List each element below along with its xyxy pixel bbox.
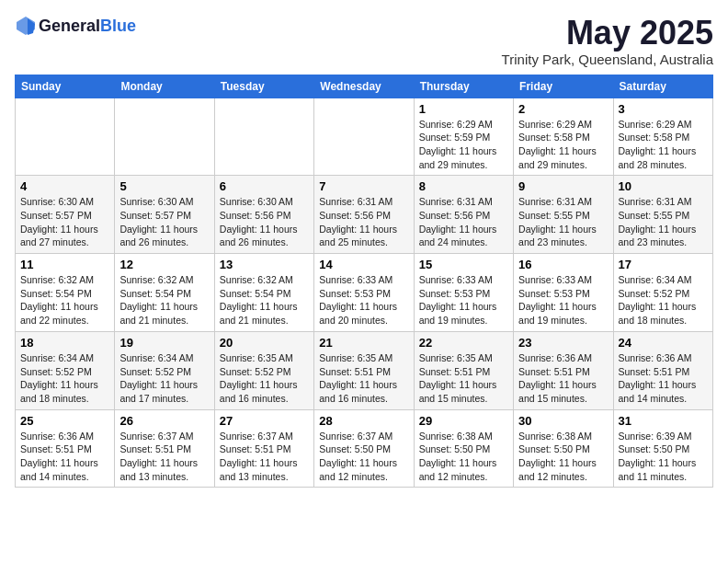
day-info: Sunrise: 6:32 AM Sunset: 5:54 PM Dayligh… — [20, 273, 109, 327]
day-number: 7 — [319, 179, 408, 193]
day-info: Sunrise: 6:29 AM Sunset: 5:59 PM Dayligh… — [419, 118, 508, 172]
calendar-cell: 23Sunrise: 6:36 AM Sunset: 5:51 PM Dayli… — [514, 331, 613, 409]
day-info: Sunrise: 6:29 AM Sunset: 5:58 PM Dayligh… — [518, 118, 608, 172]
day-number: 4 — [20, 179, 109, 193]
calendar-cell: 18Sunrise: 6:34 AM Sunset: 5:52 PM Dayli… — [16, 331, 115, 409]
day-info: Sunrise: 6:34 AM Sunset: 5:52 PM Dayligh… — [119, 351, 209, 406]
day-info: Sunrise: 6:36 AM Sunset: 5:51 PM Dayligh… — [619, 351, 708, 406]
calendar-cell: 24Sunrise: 6:36 AM Sunset: 5:51 PM Dayli… — [613, 331, 712, 409]
calendar-cell: 28Sunrise: 6:37 AM Sunset: 5:50 PM Dayli… — [314, 409, 414, 488]
day-info: Sunrise: 6:34 AM Sunset: 5:52 PM Dayligh… — [619, 273, 708, 327]
calendar-cell: 19Sunrise: 6:34 AM Sunset: 5:52 PM Dayli… — [115, 331, 214, 409]
calendar-cell: 25Sunrise: 6:36 AM Sunset: 5:51 PM Dayli… — [16, 409, 115, 488]
day-info: Sunrise: 6:38 AM Sunset: 5:50 PM Dayligh… — [518, 430, 608, 484]
week-row-2: 4Sunrise: 6:30 AM Sunset: 5:57 PM Daylig… — [16, 176, 713, 254]
location-subtitle: Trinity Park, Queensland, Australia — [502, 52, 713, 67]
calendar-cell — [16, 98, 115, 176]
day-info: Sunrise: 6:31 AM Sunset: 5:55 PM Dayligh… — [518, 195, 608, 249]
calendar-cell: 10Sunrise: 6:31 AM Sunset: 5:55 PM Dayli… — [613, 176, 712, 254]
day-info: Sunrise: 6:30 AM Sunset: 5:57 PM Dayligh… — [119, 195, 209, 249]
day-number: 27 — [220, 414, 309, 428]
day-info: Sunrise: 6:31 AM Sunset: 5:56 PM Dayligh… — [319, 195, 408, 249]
day-number: 28 — [319, 414, 408, 428]
calendar-cell — [314, 98, 414, 176]
calendar-cell: 22Sunrise: 6:35 AM Sunset: 5:51 PM Dayli… — [414, 331, 513, 409]
weekday-header-saturday: Saturday — [613, 75, 712, 98]
day-number: 21 — [319, 336, 408, 350]
week-row-1: 1Sunrise: 6:29 AM Sunset: 5:59 PM Daylig… — [16, 98, 713, 176]
calendar-cell — [115, 98, 214, 176]
logo: GeneralBlue — [15, 15, 136, 37]
day-info: Sunrise: 6:31 AM Sunset: 5:55 PM Dayligh… — [619, 195, 708, 249]
day-info: Sunrise: 6:36 AM Sunset: 5:51 PM Dayligh… — [518, 351, 608, 406]
week-row-5: 25Sunrise: 6:36 AM Sunset: 5:51 PM Dayli… — [16, 409, 713, 488]
weekday-header-friday: Friday — [514, 75, 613, 98]
day-info: Sunrise: 6:31 AM Sunset: 5:56 PM Dayligh… — [419, 195, 508, 249]
calendar-cell: 3Sunrise: 6:29 AM Sunset: 5:58 PM Daylig… — [613, 98, 712, 176]
day-number: 18 — [20, 336, 109, 350]
day-info: Sunrise: 6:33 AM Sunset: 5:53 PM Dayligh… — [419, 273, 508, 327]
calendar-cell: 4Sunrise: 6:30 AM Sunset: 5:57 PM Daylig… — [16, 176, 115, 254]
day-info: Sunrise: 6:36 AM Sunset: 5:51 PM Dayligh… — [20, 430, 109, 484]
calendar-cell: 5Sunrise: 6:30 AM Sunset: 5:57 PM Daylig… — [115, 176, 214, 254]
title-block: May 2025 Trinity Park, Queensland, Austr… — [502, 15, 713, 67]
weekday-header-row: SundayMondayTuesdayWednesdayThursdayFrid… — [16, 75, 713, 98]
day-info: Sunrise: 6:37 AM Sunset: 5:50 PM Dayligh… — [319, 430, 408, 484]
logo-general-text: GeneralBlue — [39, 17, 136, 36]
day-number: 1 — [419, 102, 508, 116]
day-info: Sunrise: 6:39 AM Sunset: 5:50 PM Dayligh… — [619, 430, 708, 484]
calendar-cell: 21Sunrise: 6:35 AM Sunset: 5:51 PM Dayli… — [314, 331, 414, 409]
day-number: 24 — [619, 336, 708, 350]
calendar-cell: 16Sunrise: 6:33 AM Sunset: 5:53 PM Dayli… — [514, 254, 613, 332]
calendar-table: SundayMondayTuesdayWednesdayThursdayFrid… — [15, 75, 713, 488]
day-number: 9 — [518, 179, 608, 193]
day-number: 22 — [419, 336, 508, 350]
calendar-cell: 26Sunrise: 6:37 AM Sunset: 5:51 PM Dayli… — [115, 409, 214, 488]
weekday-header-monday: Monday — [115, 75, 214, 98]
weekday-header-wednesday: Wednesday — [314, 75, 414, 98]
page-header: GeneralBlue May 2025 Trinity Park, Queen… — [15, 15, 713, 67]
day-number: 5 — [119, 179, 209, 193]
day-number: 16 — [518, 258, 608, 271]
day-number: 19 — [119, 336, 209, 350]
day-number: 30 — [518, 414, 608, 428]
calendar-cell: 20Sunrise: 6:35 AM Sunset: 5:52 PM Dayli… — [214, 331, 313, 409]
calendar-cell: 12Sunrise: 6:32 AM Sunset: 5:54 PM Dayli… — [115, 254, 214, 332]
calendar-cell: 2Sunrise: 6:29 AM Sunset: 5:58 PM Daylig… — [514, 98, 613, 176]
day-info: Sunrise: 6:30 AM Sunset: 5:56 PM Dayligh… — [220, 195, 309, 249]
day-number: 3 — [619, 102, 708, 116]
day-number: 11 — [20, 258, 109, 271]
calendar-cell: 14Sunrise: 6:33 AM Sunset: 5:53 PM Dayli… — [314, 254, 414, 332]
day-number: 17 — [619, 258, 708, 271]
calendar-cell: 27Sunrise: 6:37 AM Sunset: 5:51 PM Dayli… — [214, 409, 313, 488]
day-info: Sunrise: 6:29 AM Sunset: 5:58 PM Dayligh… — [619, 118, 708, 172]
day-number: 10 — [619, 179, 708, 193]
day-info: Sunrise: 6:37 AM Sunset: 5:51 PM Dayligh… — [220, 430, 309, 484]
calendar-cell: 1Sunrise: 6:29 AM Sunset: 5:59 PM Daylig… — [414, 98, 513, 176]
calendar-cell: 13Sunrise: 6:32 AM Sunset: 5:54 PM Dayli… — [214, 254, 313, 332]
logo-icon — [15, 15, 37, 37]
calendar-cell: 31Sunrise: 6:39 AM Sunset: 5:50 PM Dayli… — [613, 409, 712, 488]
calendar-cell: 8Sunrise: 6:31 AM Sunset: 5:56 PM Daylig… — [414, 176, 513, 254]
week-row-3: 11Sunrise: 6:32 AM Sunset: 5:54 PM Dayli… — [16, 254, 713, 332]
day-number: 6 — [220, 179, 309, 193]
day-info: Sunrise: 6:34 AM Sunset: 5:52 PM Dayligh… — [20, 351, 109, 406]
day-number: 20 — [220, 336, 309, 350]
day-info: Sunrise: 6:32 AM Sunset: 5:54 PM Dayligh… — [119, 273, 209, 327]
calendar-cell: 7Sunrise: 6:31 AM Sunset: 5:56 PM Daylig… — [314, 176, 414, 254]
day-info: Sunrise: 6:30 AM Sunset: 5:57 PM Dayligh… — [20, 195, 109, 249]
calendar-cell: 30Sunrise: 6:38 AM Sunset: 5:50 PM Dayli… — [514, 409, 613, 488]
calendar-cell — [214, 98, 313, 176]
day-info: Sunrise: 6:38 AM Sunset: 5:50 PM Dayligh… — [419, 430, 508, 484]
calendar-cell: 6Sunrise: 6:30 AM Sunset: 5:56 PM Daylig… — [214, 176, 313, 254]
day-info: Sunrise: 6:35 AM Sunset: 5:51 PM Dayligh… — [319, 351, 408, 406]
calendar-cell: 9Sunrise: 6:31 AM Sunset: 5:55 PM Daylig… — [514, 176, 613, 254]
day-number: 13 — [220, 258, 309, 271]
week-row-4: 18Sunrise: 6:34 AM Sunset: 5:52 PM Dayli… — [16, 331, 713, 409]
month-year-title: May 2025 — [502, 15, 713, 52]
day-info: Sunrise: 6:35 AM Sunset: 5:52 PM Dayligh… — [220, 351, 309, 406]
calendar-cell: 17Sunrise: 6:34 AM Sunset: 5:52 PM Dayli… — [613, 254, 712, 332]
calendar-cell: 15Sunrise: 6:33 AM Sunset: 5:53 PM Dayli… — [414, 254, 513, 332]
weekday-header-tuesday: Tuesday — [214, 75, 313, 98]
day-number: 12 — [119, 258, 209, 271]
